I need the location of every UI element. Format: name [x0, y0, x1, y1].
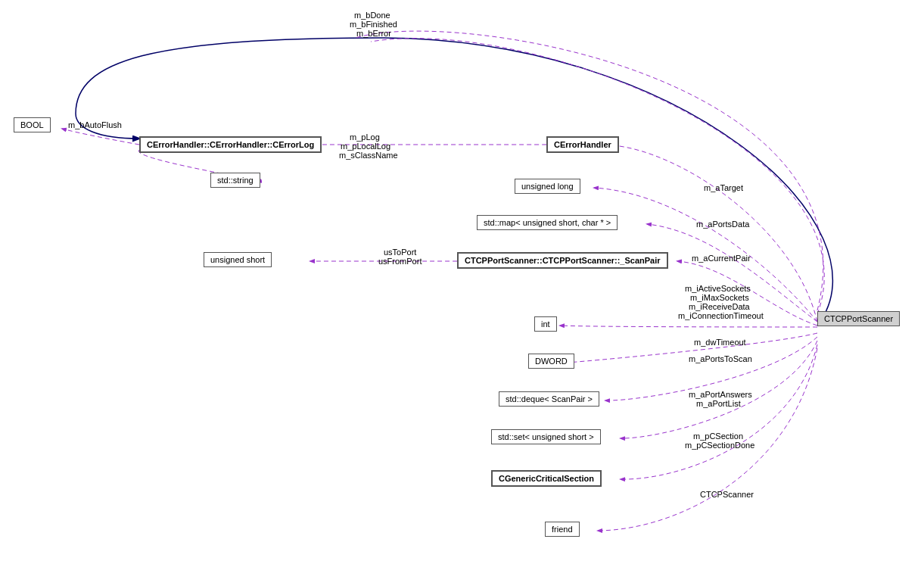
node-scanpair: CTCPPortScanner::CTCPPortScanner::_ScanP… — [457, 252, 668, 269]
label-maportlist: m_aPortList — [696, 399, 741, 408]
label-maportsdata: m_aPortsData — [696, 220, 749, 229]
node-std-map: std::map< unsigned short, char * > — [477, 215, 618, 230]
label-miactivesockets: m_iActiveSockets — [685, 284, 751, 293]
node-std-set: std::set< unsigned short > — [491, 429, 601, 444]
label-mpcsection: m_pCSection — [693, 432, 743, 441]
node-ctcp: CTCPPortScanner — [817, 311, 900, 326]
label-macurrentpair: m_aCurrentPair — [692, 254, 751, 263]
label-mbfinished: m_bFinished — [350, 20, 397, 29]
label-msclassname: m_sClassName — [339, 151, 398, 160]
label-usfromport: usFromPort — [378, 257, 422, 266]
label-mireceivedata: m_iReceiveData — [689, 302, 750, 311]
label-matarget: m_aTarget — [704, 183, 743, 192]
diagram-container: BOOL std::string unsigned short CErrorHa… — [0, 0, 924, 564]
node-unsigned-long: unsigned long — [515, 179, 580, 194]
label-miconnectiontimeout: m_iConnectionTimeout — [678, 311, 764, 320]
label-mplocallog: m_pLocalLog — [341, 142, 390, 151]
node-std-string: std::string — [210, 173, 260, 188]
label-mbdone: m_bDone — [354, 11, 390, 20]
node-unsigned-short: unsigned short — [204, 252, 272, 267]
node-int: int — [534, 316, 557, 332]
label-mimaxsockets: m_iMaxSockets — [690, 293, 749, 302]
label-mberror: m_bError — [356, 29, 391, 38]
label-maportanswers: m_aPortAnswers — [689, 390, 752, 399]
label-mbAutoFlush: m_bAutoFlush — [68, 120, 122, 129]
label-maportstoscan: m_aPortsToScan — [689, 354, 752, 363]
node-dword: DWORD — [528, 354, 574, 369]
node-friend: friend — [545, 522, 580, 537]
label-mpcSectiondone: m_pCSectionDone — [685, 441, 754, 450]
node-cerrorlog: CErrorHandler::CErrorHandler::CErrorLog — [139, 136, 322, 153]
label-mplog: m_pLog — [350, 132, 380, 142]
node-cgeneric: CGenericCriticalSection — [491, 470, 602, 487]
label-ustoport: usToPort — [384, 248, 416, 257]
label-ctcpscanner: CTCPScanner — [700, 490, 754, 499]
node-bool: BOOL — [14, 117, 51, 132]
node-cerrorhandler: CErrorHandler — [546, 136, 619, 153]
node-std-deque: std::deque< ScanPair > — [499, 391, 599, 407]
diagram-svg — [0, 0, 924, 564]
label-mdwtimeout: m_dwTimeout — [694, 338, 746, 347]
